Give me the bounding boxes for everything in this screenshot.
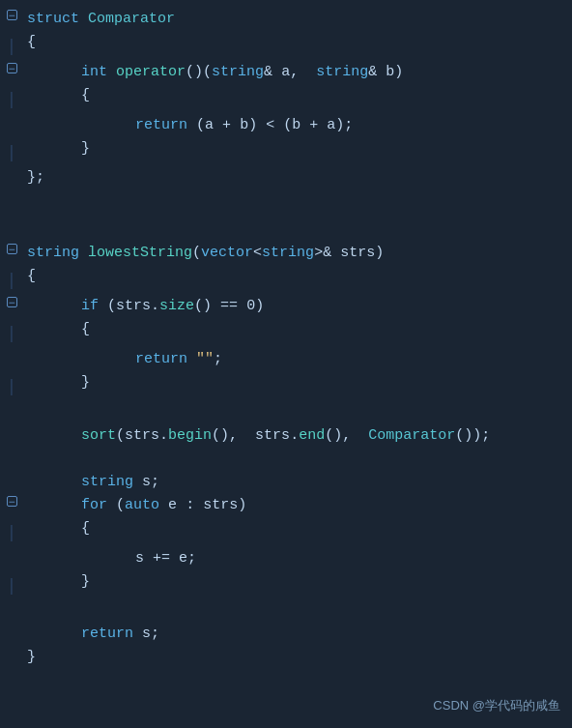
gutter-none xyxy=(0,547,23,549)
code-text: } xyxy=(43,137,564,160)
code-line: | { xyxy=(0,265,572,295)
gutter-brace xyxy=(0,166,23,168)
code-editor: struct Comparator | { int operator()(str… xyxy=(0,0,572,677)
code-line: }; xyxy=(0,166,572,189)
code-spacer-line xyxy=(0,599,572,623)
code-text: } xyxy=(43,371,564,394)
code-line: return ""; xyxy=(0,348,572,371)
spacer xyxy=(0,189,572,207)
gutter-minus[interactable] xyxy=(0,8,23,20)
code-line: sort(strs.begin(), strs.end(), Comparato… xyxy=(0,424,572,448)
code-line: return (a + b) < (b + a); xyxy=(0,114,572,137)
gutter-brace: | xyxy=(0,570,23,600)
spacer xyxy=(0,224,572,242)
code-text: } xyxy=(23,646,564,669)
code-text: }; xyxy=(23,166,564,189)
code-line: s += e; xyxy=(0,547,572,570)
code-line: | } xyxy=(0,371,572,401)
gutter-none xyxy=(0,348,23,350)
gutter-brace xyxy=(0,646,23,648)
gutter-brace: | xyxy=(0,84,23,114)
code-line: | { xyxy=(0,84,572,114)
watermark: CSDN @学代码的咸鱼 xyxy=(433,696,560,716)
code-text: return s; xyxy=(43,623,564,646)
code-text: int operator()(string& a, string& b) xyxy=(43,61,564,84)
code-text: { xyxy=(43,84,564,107)
code-line: string s; xyxy=(0,471,572,494)
gutter-minus[interactable] xyxy=(0,494,23,507)
gutter-brace: | xyxy=(0,137,23,167)
code-line: | } xyxy=(0,570,572,600)
gutter-brace: | xyxy=(0,371,23,401)
gutter-brace: | xyxy=(0,265,23,295)
code-line: | } xyxy=(0,137,572,167)
code-line: | { xyxy=(0,31,572,61)
code-text: { xyxy=(43,517,564,540)
code-text: } xyxy=(43,570,564,594)
gutter-brace: | xyxy=(0,31,23,61)
gutter-minus[interactable] xyxy=(0,61,23,73)
gutter-brace: | xyxy=(0,318,23,348)
code-line: } xyxy=(0,646,572,669)
code-spacer-line xyxy=(0,401,572,424)
code-text: { xyxy=(23,31,564,54)
code-line: | { xyxy=(0,318,572,348)
code-text: string s; xyxy=(43,471,564,494)
code-line: string lowestString(vector<string>& strs… xyxy=(0,242,572,265)
gutter-minus[interactable] xyxy=(0,242,23,254)
code-text: string lowestString(vector<string>& strs… xyxy=(23,242,564,265)
gutter-none xyxy=(0,114,23,116)
code-line: for (auto e : strs) xyxy=(0,494,572,517)
code-text: if (strs.size() == 0) xyxy=(43,295,564,318)
code-text: s += e; xyxy=(62,547,564,570)
gutter-none xyxy=(0,424,23,426)
code-text: return ""; xyxy=(62,348,564,371)
gutter-none xyxy=(0,448,23,450)
code-line: int operator()(string& a, string& b) xyxy=(0,61,572,84)
code-line: struct Comparator xyxy=(0,8,572,31)
code-line: return s; xyxy=(0,623,572,646)
code-text: sort(strs.begin(), strs.end(), Comparato… xyxy=(43,424,564,448)
code-text: { xyxy=(23,265,564,288)
code-spacer-line xyxy=(0,448,572,471)
gutter-brace: | xyxy=(0,517,23,547)
code-text: for (auto e : strs) xyxy=(43,494,564,517)
gutter-none xyxy=(0,471,23,473)
code-line: | { xyxy=(0,517,572,547)
code-text: struct Comparator xyxy=(23,8,564,31)
gutter-none xyxy=(0,401,23,403)
code-text: return (a + b) < (b + a); xyxy=(62,114,564,137)
code-line: if (strs.size() == 0) xyxy=(0,295,572,318)
gutter-none xyxy=(0,623,23,625)
gutter-none xyxy=(0,599,23,601)
spacer xyxy=(0,207,572,224)
code-text: { xyxy=(43,318,564,341)
gutter-minus[interactable] xyxy=(0,295,23,307)
